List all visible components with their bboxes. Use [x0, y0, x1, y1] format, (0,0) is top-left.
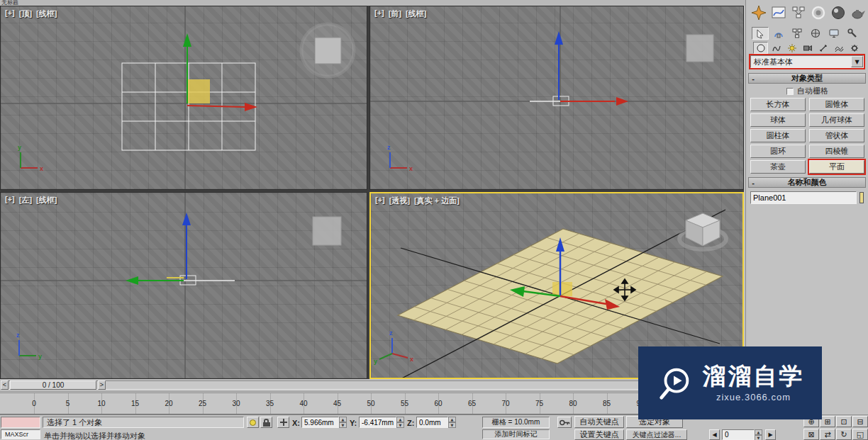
rollout-collapse-icon[interactable]: -: [749, 179, 757, 187]
y-coord-label: Y:: [350, 419, 357, 427]
schematic-view-icon[interactable]: [789, 4, 808, 22]
viewport-view-button[interactable]: [透视]: [389, 196, 410, 206]
category-lights-icon[interactable]: [784, 42, 799, 54]
selection-lock-toggle[interactable]: [260, 417, 272, 428]
zoom-all-icon[interactable]: ⊞: [820, 416, 835, 427]
move-gizmo[interactable]: [555, 31, 628, 106]
tab-hierarchy-icon[interactable]: [789, 27, 806, 40]
zoom-extents-all-icon[interactable]: ⊟: [852, 416, 868, 427]
object-button-cylinder[interactable]: 圆柱体: [750, 129, 806, 142]
set-key-icon[interactable]: [557, 417, 572, 428]
viewport-shading-button[interactable]: [线框]: [36, 195, 57, 205]
tab-display-icon[interactable]: [825, 27, 842, 40]
add-time-tag-field[interactable]: 添加时间标记: [482, 429, 550, 439]
prompt-text: 单击并拖动以选择并移动对象: [44, 431, 145, 440]
viewcube[interactable]: [679, 213, 726, 249]
viewport-menu-button[interactable]: [+]: [5, 9, 15, 19]
previous-frame-button[interactable]: ◀: [709, 429, 720, 440]
tab-create-icon[interactable]: [752, 27, 769, 40]
maxscript-mini-listener[interactable]: MAXScr: [1, 429, 40, 439]
category-helpers-icon[interactable]: [816, 42, 830, 54]
tab-utilities-icon[interactable]: [844, 27, 861, 40]
add-time-tag-text: 添加时间标记: [495, 429, 538, 439]
tab-motion-icon[interactable]: [807, 27, 824, 40]
object-button-torus[interactable]: 圆环: [750, 145, 806, 158]
object-button-pyramid[interactable]: 四棱锥: [809, 145, 864, 158]
viewport-shading-button[interactable]: [真实 + 边面]: [414, 196, 460, 206]
viewport-view-button[interactable]: [前]: [389, 9, 401, 19]
curve-editor-icon[interactable]: [769, 4, 788, 22]
rollout-name-color[interactable]: - 名称和颜色: [748, 177, 866, 188]
category-systems-icon[interactable]: [847, 42, 862, 54]
category-cameras-icon[interactable]: [800, 42, 815, 54]
zoom-extents-icon[interactable]: ⊡: [836, 416, 852, 427]
object-button-box[interactable]: 长方体: [750, 98, 806, 111]
category-space-warps-icon[interactable]: [831, 42, 846, 54]
y-coord-input[interactable]: [359, 417, 396, 428]
viewcube[interactable]: [686, 35, 713, 62]
viewport-left[interactable]: [+] [左] [线框]: [0, 192, 367, 379]
window-title-text: 无标题: [1, 0, 18, 6]
autogrid-checkbox[interactable]: [786, 88, 794, 95]
rollout-object-type[interactable]: - 对象类型: [748, 73, 866, 84]
x-coord-input[interactable]: [301, 417, 339, 428]
object-button-geosphere[interactable]: 几何球体: [809, 113, 864, 127]
category-geometry-icon[interactable]: [753, 42, 768, 54]
layer-star-icon[interactable]: [750, 4, 768, 22]
render-frame-icon[interactable]: [849, 4, 867, 22]
object-button-sphere[interactable]: 球体: [750, 113, 806, 127]
rollout-collapse-icon[interactable]: -: [749, 74, 757, 83]
viewport-shading-button[interactable]: [线框]: [406, 9, 426, 19]
viewport-top[interactable]: [+] [顶] [线框]: [0, 6, 367, 190]
dropdown-arrow-icon[interactable]: ▼: [851, 56, 863, 67]
y-coord-spinner[interactable]: ▲▼: [396, 417, 404, 428]
macro-recorder-field[interactable]: [1, 417, 40, 428]
key-filters-button[interactable]: 关键点过滤器...: [626, 429, 687, 440]
primitive-type-value: 标准基本体: [754, 57, 793, 67]
maximize-viewport-toggle-icon[interactable]: ◱: [852, 429, 868, 440]
viewport-front[interactable]: [+] [前] [线框]: [369, 6, 744, 190]
time-slider-next-button[interactable]: >: [98, 380, 106, 390]
viewport-view-button[interactable]: [左]: [19, 195, 32, 205]
primitive-type-dropdown[interactable]: 标准基本体 ▼: [750, 55, 864, 68]
current-frame-input[interactable]: [722, 429, 755, 440]
time-slider-prev-button[interactable]: <: [1, 380, 9, 390]
object-color-swatch[interactable]: [859, 192, 864, 203]
next-frame-button[interactable]: ▶: [765, 429, 776, 440]
viewport-view-button[interactable]: [顶]: [19, 9, 32, 19]
render-setup-icon[interactable]: [809, 4, 828, 22]
current-frame-spinner[interactable]: ▲▼: [755, 429, 762, 440]
absolute-offset-toggle[interactable]: [277, 417, 289, 428]
z-coord-input[interactable]: [416, 417, 448, 428]
viewport-menu-button[interactable]: [+]: [375, 196, 385, 206]
viewport-shading-button[interactable]: [线框]: [36, 9, 57, 19]
time-slider-track[interactable]: [1, 380, 739, 390]
viewport-menu-button[interactable]: [+]: [5, 195, 15, 205]
set-key-button[interactable]: 设置关键点: [574, 429, 624, 440]
object-button-plane[interactable]: 平面: [809, 160, 864, 174]
move-gizmo[interactable]: [126, 213, 191, 285]
svg-text:y: y: [38, 353, 42, 360]
z-coord-spinner[interactable]: ▲▼: [448, 417, 456, 428]
object-button-tube[interactable]: 管状体: [809, 129, 864, 142]
pan-icon[interactable]: ⇄: [820, 429, 835, 440]
zoom-region-icon[interactable]: ⊠: [803, 429, 819, 440]
ruler-tick-label: 30: [232, 400, 240, 407]
orbit-icon[interactable]: ↻: [836, 429, 852, 440]
auto-key-button[interactable]: 自动关键点: [574, 416, 624, 428]
timeline-ruler[interactable]: 051015202530354045505560657075808590: [0, 393, 745, 414]
move-gizmo[interactable]: [183, 33, 257, 111]
viewport-menu-button[interactable]: [+]: [374, 9, 384, 19]
object-name-input[interactable]: [750, 191, 857, 204]
ruler-tick-label: 75: [535, 400, 543, 407]
material-editor-icon[interactable]: [829, 4, 847, 22]
viewcube[interactable]: [313, 217, 341, 245]
x-coord-spinner[interactable]: ▲▼: [339, 417, 347, 428]
isolate-selection-toggle[interactable]: [247, 417, 259, 428]
category-shapes-icon[interactable]: [769, 42, 784, 54]
time-slider-handle[interactable]: 0 / 100: [10, 380, 96, 390]
object-button-teapot[interactable]: 茶壶: [750, 160, 806, 174]
viewcube[interactable]: [301, 24, 354, 77]
tab-modify-icon[interactable]: [770, 27, 787, 40]
object-button-cone[interactable]: 圆锥体: [809, 98, 864, 111]
